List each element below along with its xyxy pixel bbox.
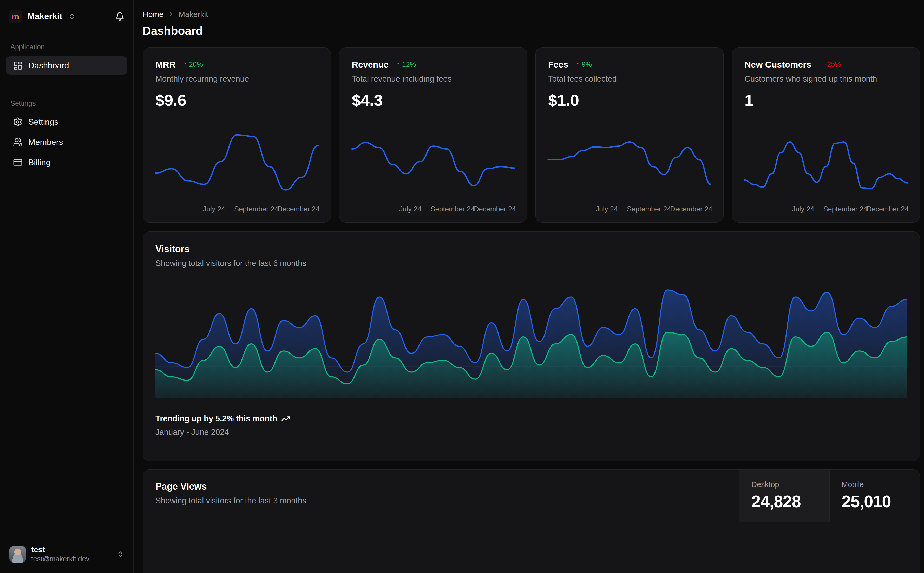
bar-slot — [412, 522, 429, 573]
page-views-header: Page Views Showing total visitors for th… — [143, 470, 919, 522]
bar-slot — [514, 522, 531, 573]
toggle-desktop[interactable]: Desktop 24,828 — [739, 470, 829, 522]
bar-slot — [788, 522, 805, 573]
page-root: { "app": { "workspace": "Makerkit" }, "c… — [0, 0, 924, 573]
visitors-footer: Trending up by 5.2% this month January -… — [155, 414, 907, 437]
makerkit-logo: m — [9, 10, 22, 23]
user-menu[interactable]: test test@makerkit.dev — [6, 543, 127, 566]
user-email: test@makerkit.dev — [31, 555, 89, 563]
x-axis-tick: July 24 — [399, 205, 422, 213]
bar-slot — [378, 522, 395, 573]
bar-slot — [839, 522, 856, 573]
stat-description: Total revenue including fees — [352, 74, 515, 84]
bar-slot — [856, 522, 873, 573]
bar-slot — [446, 522, 463, 573]
bar-slot — [822, 522, 839, 573]
toggle-label: Mobile — [842, 480, 908, 489]
arrow-up-icon: ↑ — [396, 61, 400, 69]
sidebar-item-label: Dashboard — [28, 61, 69, 70]
chevron-right-icon — [168, 11, 174, 18]
visitors-range-text: January - June 2024 — [155, 427, 907, 437]
arrow-up-icon: ↑ — [576, 61, 580, 69]
workspace-switcher[interactable]: m Makerkit — [6, 8, 127, 25]
bar-slot — [873, 522, 890, 573]
page-views-bar-chart — [143, 522, 919, 573]
sidebar-item-billing[interactable]: Billing — [6, 153, 127, 171]
toggle-label: Desktop — [751, 480, 817, 489]
bar-slot — [429, 522, 446, 573]
x-axis-tick: September 24 — [627, 205, 671, 213]
bar-slot — [566, 522, 583, 573]
x-axis-tick: July 24 — [596, 205, 618, 213]
stat-value: $9.6 — [155, 91, 318, 110]
sidebar-item-label: Billing — [28, 158, 50, 167]
workspace-name: Makerkit — [28, 11, 63, 21]
bar-slot — [548, 522, 566, 573]
x-axis-tick: December 24 — [474, 205, 516, 213]
bar-slot — [668, 522, 685, 573]
stat-title: MRR — [155, 59, 176, 70]
bar-slot — [258, 522, 275, 573]
x-axis-tick: December 24 — [670, 205, 712, 213]
layout-dashboard-icon — [13, 61, 23, 70]
bar-slot — [582, 522, 599, 573]
bar-slot — [651, 522, 668, 573]
stat-value: 1 — [745, 91, 907, 110]
users-icon — [13, 138, 23, 147]
bar-slot — [463, 522, 480, 573]
bar-slot — [207, 522, 224, 573]
x-axis-tick: December 24 — [277, 205, 319, 213]
bar-slot — [497, 522, 515, 573]
sidebar-item-members[interactable]: Members — [6, 133, 127, 151]
sidebar: m Makerkit Application Dashboard Setting… — [0, 0, 133, 573]
bar-slot — [344, 522, 361, 573]
x-axis: July 24September 24December 24 — [745, 202, 907, 216]
stat-cards-row: MRR ↑20% Monthly recurring revenue $9.6 … — [143, 47, 920, 222]
sidebar-nav: Application Dashboard Settings Settings … — [6, 43, 127, 171]
bar-slot — [309, 522, 326, 573]
stat-title: Revenue — [352, 59, 389, 70]
visitors-subtitle: Showing total visitors for the last 6 mo… — [155, 259, 907, 268]
bar-slot — [292, 522, 309, 573]
visitors-area-chart — [155, 280, 907, 398]
visitors-trend-text: Trending up by 5.2% this month — [155, 414, 277, 423]
toggle-mobile[interactable]: Mobile 25,010 — [829, 470, 919, 522]
chevrons-up-down-icon — [68, 13, 75, 20]
breadcrumb-home[interactable]: Home — [143, 10, 163, 19]
stat-card-mrr: MRR ↑20% Monthly recurring revenue $9.6 … — [143, 47, 331, 222]
bar-slot — [361, 522, 378, 573]
gear-icon — [13, 117, 23, 127]
bar-slot — [480, 522, 497, 573]
revenue-sparkline-chart — [352, 128, 515, 199]
breadcrumb-current: Makerkit — [179, 10, 208, 19]
page-views-title: Page Views — [155, 481, 727, 492]
bar-slot — [241, 522, 258, 573]
chevrons-up-down-icon — [117, 551, 124, 558]
x-axis-tick: September 24 — [823, 205, 868, 213]
x-axis-tick: September 24 — [430, 205, 475, 213]
trend-badge: ↓-25% — [819, 61, 841, 69]
bar-slot — [805, 522, 822, 573]
main-content: Home Makerkit Dashboard MRR ↑20% Monthly… — [134, 0, 924, 573]
x-axis-tick: July 24 — [203, 205, 225, 213]
makerkit-logo-letter: m — [11, 12, 19, 21]
visitors-title: Visitors — [155, 244, 907, 255]
x-axis-tick: December 24 — [867, 205, 909, 213]
credit-card-icon — [13, 158, 23, 167]
bars-container — [155, 522, 907, 573]
bar-slot — [719, 522, 736, 573]
stat-description: Customers who signed up this month — [745, 74, 907, 84]
bell-icon[interactable] — [115, 12, 124, 21]
bar-slot — [326, 522, 344, 573]
stat-card-fees: Fees ↑9% Total fees collected $1.0 July … — [535, 47, 723, 222]
bar-slot — [599, 522, 617, 573]
nav-section-settings: Settings — [6, 100, 127, 108]
stat-card-new-customers: New Customers ↓-25% Customers who signed… — [732, 47, 920, 222]
sidebar-item-settings[interactable]: Settings — [6, 113, 127, 131]
stat-title: New Customers — [745, 59, 811, 70]
sidebar-item-dashboard[interactable]: Dashboard — [6, 56, 127, 75]
breadcrumb: Home Makerkit — [143, 10, 920, 19]
bar-slot — [190, 522, 207, 573]
trend-badge: ↑20% — [183, 61, 203, 69]
stat-title: Fees — [548, 59, 568, 70]
